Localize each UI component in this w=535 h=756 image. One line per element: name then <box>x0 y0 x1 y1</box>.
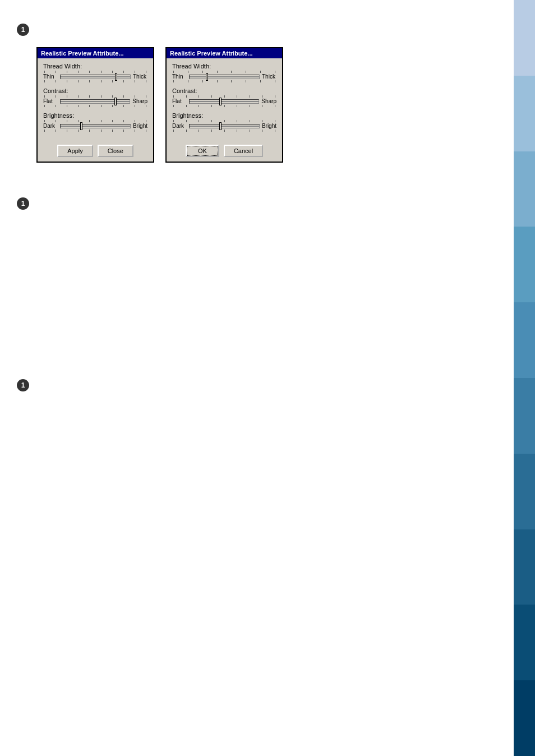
tick <box>250 130 250 132</box>
tab-8[interactable] <box>514 529 535 605</box>
tick <box>173 71 174 73</box>
tick <box>56 80 56 82</box>
dark-label-left: Dark <box>43 123 58 129</box>
contrast-slider-right[interactable] <box>189 99 259 104</box>
contrast-thumb-right[interactable] <box>219 98 222 105</box>
cancel-button[interactable]: Cancel <box>224 145 263 157</box>
contrast-slider-left[interactable] <box>60 99 130 104</box>
tick <box>135 130 135 132</box>
dialog-left-body: Thread Width: Thin <box>38 58 153 141</box>
brightness-section-left: Brightness: Dark <box>43 112 147 132</box>
tick <box>101 95 102 98</box>
tab-9[interactable] <box>514 605 535 680</box>
ok-button[interactable]: OK <box>186 145 219 157</box>
tab-strip <box>514 0 535 756</box>
brightness-track-container-right <box>189 124 260 128</box>
section-1-number: 1 <box>17 24 29 36</box>
tick <box>146 71 146 73</box>
tab-5[interactable] <box>514 302 535 378</box>
tab-2[interactable] <box>514 76 535 151</box>
contrast-section-left: Contrast: Flat <box>43 87 147 108</box>
section-2-block: 1 <box>17 196 497 210</box>
tick <box>56 71 56 73</box>
tick <box>173 95 174 98</box>
tab-3[interactable] <box>514 151 535 227</box>
tick <box>199 95 199 98</box>
tick <box>89 95 90 98</box>
brightness-slider-row-left: Dark Bright <box>43 123 147 129</box>
tick <box>67 130 67 132</box>
brightness-label-left: Brightness: <box>43 112 147 119</box>
tick <box>275 71 275 73</box>
tick <box>262 130 262 132</box>
tick <box>237 120 237 122</box>
tick <box>44 130 45 132</box>
dialogs-row: Realistic Preview Attribute... Thread Wi… <box>36 47 497 163</box>
tick <box>224 95 225 98</box>
tick <box>123 120 124 122</box>
tick <box>146 80 146 82</box>
thread-slider-row-right: Thin Thick <box>172 73 276 80</box>
tick <box>275 80 275 82</box>
contrast-ticks-bottom-right <box>172 105 276 108</box>
thread-slider-left[interactable] <box>60 75 131 79</box>
tick <box>199 105 199 107</box>
dialog-left: Realistic Preview Attribute... Thread Wi… <box>36 47 154 163</box>
thread-thumb-right[interactable] <box>206 73 208 81</box>
tick <box>262 95 262 98</box>
flat-label-left: Flat <box>43 98 58 104</box>
slider-line <box>61 76 130 77</box>
tab-1[interactable] <box>514 0 535 76</box>
tick <box>135 95 135 98</box>
tick <box>188 71 188 73</box>
tick <box>89 71 90 73</box>
tick <box>217 80 218 82</box>
tab-7[interactable] <box>514 454 535 529</box>
tick <box>260 80 261 82</box>
thread-width-label-left: Thread Width: <box>43 63 147 70</box>
brightness-slider-left[interactable] <box>60 124 131 128</box>
tick <box>250 120 250 122</box>
tick <box>275 130 275 132</box>
bright-label-left: Bright <box>133 123 147 129</box>
tick <box>112 120 113 122</box>
brightness-thumb-left[interactable] <box>80 122 82 130</box>
tick <box>186 105 187 107</box>
tick <box>78 105 79 107</box>
tick <box>146 95 146 98</box>
thick-label-left: Thick <box>133 73 147 80</box>
tick <box>78 95 79 98</box>
thread-thumb-left[interactable] <box>115 73 117 81</box>
sharp-label-right: Sharp <box>261 98 276 104</box>
tick <box>44 120 45 122</box>
dialog-right: Realistic Preview Attribute... Thread Wi… <box>165 47 283 163</box>
tick <box>250 105 250 107</box>
thin-label-right: Thin <box>172 73 187 80</box>
brightness-ticks-bottom-right <box>172 130 276 132</box>
thread-track-container-left <box>60 75 131 79</box>
contrast-slider-row-left: Flat Sharp <box>43 98 147 104</box>
tick <box>262 105 262 107</box>
tick <box>237 105 237 107</box>
brightness-slider-right[interactable] <box>189 124 260 128</box>
slider-line <box>190 126 259 127</box>
tick <box>67 95 67 98</box>
slider-line <box>190 76 259 77</box>
thread-width-label-right: Thread Width: <box>172 63 276 70</box>
tab-6[interactable] <box>514 378 535 454</box>
slider-line <box>61 101 130 102</box>
tick <box>44 95 45 98</box>
apply-button[interactable]: Apply <box>57 145 93 157</box>
slider-line <box>61 126 130 127</box>
thread-slider-right[interactable] <box>189 75 260 79</box>
tick <box>89 80 90 82</box>
tick <box>89 120 90 122</box>
main-content: 1 Realistic Preview Attribute... Thread … <box>0 0 514 425</box>
contrast-thumb-left[interactable] <box>114 98 117 105</box>
tab-4[interactable] <box>514 227 535 302</box>
close-button[interactable]: Close <box>98 145 133 157</box>
contrast-label-right: Contrast: <box>172 87 276 94</box>
dialog-left-title: Realistic Preview Attribute... <box>38 48 153 58</box>
tab-10[interactable] <box>514 680 535 756</box>
brightness-thumb-right[interactable] <box>219 122 222 130</box>
